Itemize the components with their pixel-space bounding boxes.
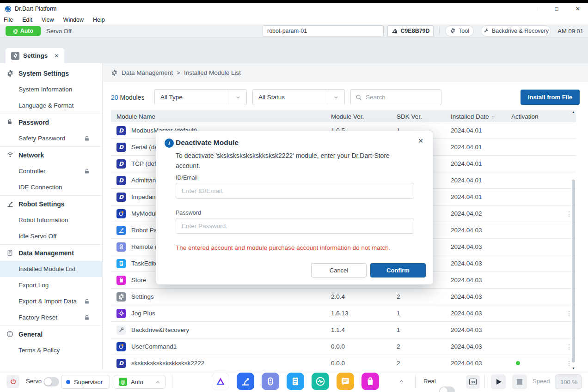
dialog-close-icon[interactable]: ✕	[418, 137, 423, 145]
sidebar-item-terms-policy[interactable]: Terms & Policy	[0, 342, 102, 358]
scrollbar-thumb[interactable]	[572, 180, 575, 362]
installed-date: 2024.04.01	[445, 193, 506, 200]
backdrive-module-icon	[116, 326, 126, 335]
table-row[interactable]: Jog Plus1.6.1312024.04.03⋮	[111, 305, 576, 322]
status-filter-select[interactable]: All Status	[252, 89, 345, 105]
deactivate-module-dialog: i Deactivate Module ✕ To deactivate 'sks…	[156, 131, 433, 285]
col-module-name[interactable]: Module Name	[111, 113, 325, 120]
lock-icon	[6, 119, 14, 126]
speed-value-field[interactable]: 100 %	[555, 374, 582, 389]
dialog-message: To deactivate 'skskskskskskskksksk2222' …	[176, 151, 411, 171]
chevron-down-icon	[327, 90, 344, 105]
table-row[interactable]: UserCommand10.0.022024.04.03⋮	[111, 338, 576, 355]
sidebar-item-controller[interactable]: Controller	[0, 163, 102, 179]
3d-view-button[interactable]: 3D	[466, 375, 480, 389]
cancel-button[interactable]: Cancel	[311, 263, 367, 277]
remote-app-icon[interactable]	[262, 373, 279, 390]
scroll-up-icon[interactable]: ▲	[571, 110, 576, 114]
mode-selector[interactable]: @ Auto	[114, 375, 165, 389]
sidebar-section-general[interactable]: General	[0, 326, 102, 342]
module-name: Store	[131, 277, 146, 283]
info-icon: i	[165, 139, 174, 148]
backdrive-recovery-button[interactable]: Backdrive & Recovery	[481, 25, 551, 36]
real-mode-toggle[interactable]	[439, 386, 455, 392]
sidebar-item-factory-reset[interactable]: Factory Reset	[0, 309, 102, 326]
password-field[interactable]	[176, 218, 414, 234]
menu-view[interactable]: View	[42, 17, 54, 23]
robot-param-input[interactable]	[263, 25, 384, 36]
scroll-down-icon[interactable]: ▼	[571, 367, 576, 370]
install-from-file-button[interactable]: Install from File	[521, 90, 580, 105]
home-app-icon[interactable]	[212, 373, 229, 390]
installed-date: 2024.04.01	[445, 144, 506, 151]
sidebar-item-export-log[interactable]: Export Log	[0, 277, 102, 293]
close-button[interactable]: ✕	[574, 6, 582, 12]
sidebar-item-export-import-data[interactable]: Export & Import Data	[0, 293, 102, 309]
sidebar-section-data-management[interactable]: Data Management	[0, 245, 102, 261]
message-app-icon[interactable]	[337, 373, 354, 390]
sort-ascending-icon[interactable]: ↑	[492, 114, 495, 120]
menu-file[interactable]: File	[4, 17, 13, 23]
device-id-button[interactable]: C9E8B79D	[387, 25, 434, 36]
clock-label: AM 09:01	[557, 27, 583, 34]
tab-close-icon[interactable]: ✕	[54, 53, 59, 59]
lock-icon	[84, 298, 90, 305]
robot-app-icon[interactable]	[237, 373, 254, 390]
installed-date: 2024.04.01	[445, 127, 506, 134]
sidebar-item-system-information[interactable]: System Information	[0, 81, 102, 97]
sidebar-item-language-format[interactable]: Language & Format	[0, 97, 102, 114]
col-module-ver[interactable]: Module Ver.	[325, 113, 391, 120]
installed-date: 2024.04.03	[445, 343, 506, 350]
vertical-scrollbar[interactable]: ▲ ▼	[571, 110, 576, 370]
table-row[interactable]: Settings2.0.422024.04.03	[111, 289, 576, 305]
menu-edit[interactable]: Edit	[22, 17, 32, 23]
chevron-down-icon	[229, 90, 246, 105]
sidebar-section-password[interactable]: Password	[0, 114, 102, 130]
doosan-module-icon: D	[116, 176, 126, 185]
id-email-field[interactable]	[176, 183, 414, 199]
search-input[interactable]	[366, 94, 436, 101]
tab-settings[interactable]: Settings ✕	[6, 48, 64, 63]
col-activation[interactable]: Activation	[506, 113, 557, 120]
tool-button[interactable]: Tool	[445, 25, 474, 36]
chevron-up-icon[interactable]	[398, 378, 404, 384]
menu-window[interactable]: Window	[63, 17, 84, 23]
module-name: Jog Plus	[131, 310, 155, 317]
menu-help[interactable]: Help	[93, 17, 105, 23]
play-button[interactable]	[491, 374, 506, 389]
table-row[interactable]: Dskskskskskskskksksk22220.0.022024.04.03…	[111, 355, 576, 370]
confirm-button[interactable]: Confirm	[370, 263, 426, 277]
search-box[interactable]	[350, 89, 441, 105]
module-version: 0.0.0	[325, 343, 391, 350]
servo-toggle[interactable]	[43, 377, 59, 386]
module-name: Settings	[131, 293, 154, 300]
sidebar-item-installed-module-list[interactable]: Installed Module List	[0, 261, 102, 277]
sidebar-section-network[interactable]: Network	[0, 147, 102, 163]
store-app-icon[interactable]	[361, 373, 379, 390]
sidebar-item-safety-password[interactable]: Safety Password	[0, 130, 102, 146]
sidebar-item-idle-servo-off[interactable]: Idle Servo Off	[0, 228, 102, 244]
col-sdk-ver[interactable]: SDK Ver.	[391, 113, 445, 120]
auto-mode-badge[interactable]: @ Auto	[6, 26, 41, 36]
auto-mode-icon: @	[119, 378, 127, 386]
col-installed-date[interactable]: Installed Date↑	[445, 113, 506, 120]
type-filter-select[interactable]: All Type	[154, 89, 247, 105]
minimize-button[interactable]: —	[532, 6, 539, 12]
role-selector[interactable]: Supervisor	[61, 375, 110, 389]
sdk-version: 2	[391, 343, 445, 350]
role-status-dot	[66, 380, 70, 384]
sidebar-section-system-settings[interactable]: System Settings	[0, 65, 102, 81]
sidebar-section-robot-settings[interactable]: Robot Settings	[0, 196, 102, 212]
stop-button[interactable]	[512, 374, 527, 389]
power-button[interactable]	[6, 375, 19, 388]
dialog-title: Deactivate Module	[176, 139, 239, 147]
maximize-button[interactable]: □	[553, 6, 560, 12]
table-row[interactable]: Backdrive&Recovery1.1.412024.04.03	[111, 322, 576, 338]
monitoring-app-icon[interactable]	[312, 373, 329, 390]
breadcrumb: Data Management > Installed Module List	[103, 63, 588, 82]
window-title: Dr.Dart-Platform	[15, 6, 56, 12]
breadcrumb-parent[interactable]: Data Management	[122, 69, 173, 76]
sidebar-item-ide-connection[interactable]: IDE Connection	[0, 179, 102, 195]
taskeditor-app-icon[interactable]	[287, 373, 304, 390]
sidebar-item-robot-information[interactable]: Robot Information	[0, 212, 102, 228]
